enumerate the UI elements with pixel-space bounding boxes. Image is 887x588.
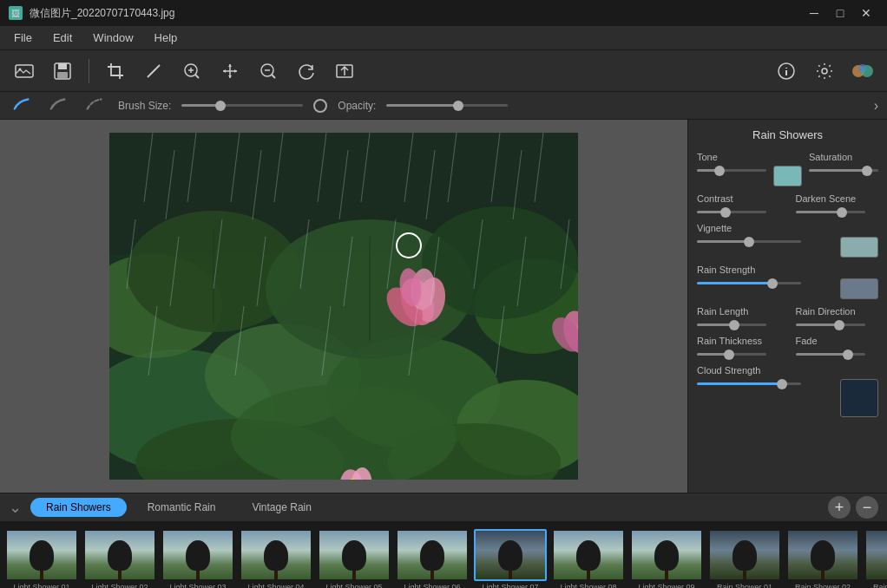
film-thumb-3[interactable] (240, 529, 312, 581)
vignette-slider[interactable] (697, 240, 801, 243)
menubar: File Edit Window Help (0, 26, 887, 50)
tab-rain-showers[interactable]: Rain Showers (30, 498, 127, 517)
remove-preset-button[interactable]: − (856, 496, 878, 519)
close-button[interactable]: ✕ (854, 3, 878, 23)
opacity-slider[interactable] (386, 104, 508, 107)
rain-strength-swatch[interactable] (840, 278, 878, 299)
filmstrip-item-1[interactable]: Light Shower 02 (82, 529, 158, 588)
film-thumb-6[interactable] (474, 529, 547, 581)
titlebar-controls: ─ □ ✕ (802, 3, 878, 23)
filmstrip-item-0[interactable]: Light Shower 01 (3, 529, 80, 588)
film-label-11: Rain Shower 03 (873, 583, 887, 588)
svg-point-12 (858, 64, 867, 73)
zoom-in-button[interactable] (176, 56, 207, 87)
rotate-button[interactable] (291, 56, 322, 87)
rain-direction-label: Rain Direction (796, 306, 879, 317)
darken-scene-label: Darken Scene (796, 193, 879, 204)
filmstrip-item-7[interactable]: Light Shower 08 (550, 529, 627, 588)
brush-tool-2[interactable] (45, 93, 71, 118)
film-label-7: Light Shower 08 (560, 583, 616, 588)
zoom-out-button[interactable] (253, 56, 284, 87)
rain-length-label: Rain Length (697, 306, 780, 317)
film-thumb-10[interactable] (786, 529, 859, 581)
brush-toolbar: Brush Size: Opacity: › (0, 92, 887, 120)
film-label-8: Light Shower 09 (638, 583, 694, 588)
film-thumb-9[interactable] (708, 529, 781, 581)
film-thumb-8[interactable] (630, 529, 703, 581)
expand-icon[interactable]: › (874, 98, 878, 114)
effects-button[interactable] (847, 56, 878, 87)
bottom-tab-bar: ⌄ Rain Showers Romantic Rain Vintage Rai… (0, 493, 887, 522)
filmstrip-item-5[interactable]: Light Shower 06 (394, 529, 470, 588)
filmstrip-item-8[interactable]: Light Shower 09 (628, 529, 705, 588)
brush-tool-3[interactable] (82, 93, 108, 118)
filmstrip-item-2[interactable]: Light Shower 03 (160, 529, 236, 588)
export-button[interactable] (329, 56, 360, 87)
menu-help[interactable]: Help (144, 28, 188, 48)
filmstrip-item-4[interactable]: Light Shower 05 (316, 529, 392, 588)
film-thumb-4[interactable] (318, 529, 391, 581)
contrast-slider[interactable] (697, 211, 766, 213)
tone-slider[interactable] (697, 169, 766, 172)
saturation-label: Saturation (809, 152, 878, 162)
open-image-button[interactable] (9, 56, 40, 87)
cloud-strength-slider[interactable] (697, 382, 801, 385)
move-button[interactable] (214, 56, 246, 87)
film-label-2: Light Shower 03 (169, 583, 226, 588)
rain-length-slider[interactable] (697, 323, 766, 326)
film-thumb-2[interactable] (161, 529, 234, 581)
crop-button[interactable] (100, 56, 131, 87)
save-button[interactable] (47, 56, 78, 87)
menu-file[interactable]: File (3, 28, 43, 48)
main-area: Rain Showers Tone Saturation Contrast Da… (0, 120, 887, 493)
menu-edit[interactable]: Edit (43, 28, 82, 48)
cloud-strength-swatch[interactable] (840, 379, 878, 417)
minimize-button[interactable]: ─ (802, 3, 826, 23)
svg-point-26 (422, 206, 578, 319)
rain-thickness-label: Rain Thickness (697, 336, 780, 346)
filmstrip: Light Shower 01 Light Shower 02 Light Sh… (0, 522, 887, 588)
tab-expand-icon[interactable]: ⌄ (9, 498, 22, 517)
film-thumb-11[interactable] (864, 529, 887, 581)
film-thumb-7[interactable] (552, 529, 625, 581)
settings-button[interactable] (809, 56, 840, 87)
filmstrip-item-3[interactable]: Light Shower 04 (238, 529, 314, 588)
tone-color-swatch[interactable] (773, 166, 802, 186)
brush-tool-1[interactable] (9, 93, 35, 118)
filmstrip-item-9[interactable]: Rain Shower 01 (706, 529, 783, 588)
film-label-10: Rain Shower 02 (795, 583, 851, 588)
svg-rect-3 (58, 63, 67, 69)
info-button[interactable] (771, 56, 802, 87)
brush-size-slider[interactable] (181, 104, 303, 107)
film-label-6: Light Shower 07 (482, 583, 538, 588)
brush-size-label: Brush Size: (118, 100, 171, 112)
titlebar-left: 🖼 微信图片_20220707170443.jpg (9, 6, 174, 21)
vignette-label: Vignette (697, 223, 833, 233)
film-thumb-0[interactable] (5, 529, 78, 581)
canvas-area[interactable] (0, 120, 687, 493)
darken-scene-slider[interactable] (796, 211, 865, 213)
vignette-color-swatch[interactable] (840, 237, 878, 258)
film-label-1: Light Shower 02 (91, 583, 148, 588)
film-thumb-5[interactable] (396, 529, 469, 581)
film-thumb-1[interactable] (83, 529, 156, 581)
add-preset-button[interactable]: + (828, 496, 851, 519)
canvas-image (109, 133, 578, 480)
saturation-slider[interactable] (809, 169, 878, 172)
rain-thickness-slider[interactable] (697, 353, 766, 356)
tab-vintage-rain[interactable]: Vintage Rain (236, 498, 327, 517)
menu-window[interactable]: Window (82, 28, 143, 48)
tab-romantic-rain[interactable]: Romantic Rain (132, 498, 232, 517)
window-title: 微信图片_20220707170443.jpg (30, 6, 174, 21)
filmstrip-item-6[interactable]: Light Shower 07 (472, 529, 549, 588)
rain-strength-slider[interactable] (697, 282, 801, 284)
filmstrip-item-10[interactable]: Rain Shower 02 (785, 529, 861, 588)
film-label-9: Rain Shower 01 (717, 583, 772, 588)
rain-direction-slider[interactable] (796, 323, 865, 326)
filmstrip-item-11[interactable]: Rain Shower 03 (863, 529, 887, 588)
fade-slider[interactable] (796, 353, 865, 356)
opacity-slider-container (386, 104, 508, 107)
maximize-button[interactable]: □ (828, 3, 852, 23)
rain-strength-label: Rain Strength (697, 265, 833, 275)
straighten-button[interactable] (138, 56, 169, 87)
